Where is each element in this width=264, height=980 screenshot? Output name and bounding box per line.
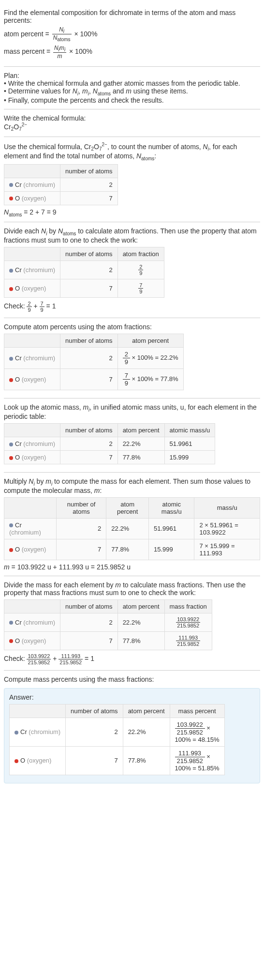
intro-text: Find the elemental composition for dichr… — [4, 9, 260, 24]
mass-fractions-section: Divide the mass for each element by m to… — [4, 576, 260, 671]
atom-fractions-check: Check: 29 + 79 = 1 — [4, 301, 260, 313]
table-row: O (oxygen)779 — [4, 279, 164, 298]
answer-box: Answer: number of atomsatom percentmass … — [4, 688, 260, 783]
mass-calc-section: Multiply Ni by mi to compute the mass fo… — [4, 473, 260, 576]
table-row: Cr (chromium)229 × 100% = 22.2% — [4, 348, 184, 369]
atom-percents-title: Compute atom percents using the atom fra… — [4, 323, 260, 331]
dot-icon — [9, 183, 13, 187]
table-row: O (oxygen)7 — [4, 191, 118, 205]
count-atoms-text: Use the chemical formula, Cr2O72−, to co… — [4, 142, 260, 161]
table-row: Cr (chromium)2 — [4, 178, 118, 191]
table-row: Cr (chromium)222.2%51.9961 — [4, 437, 215, 451]
table-row: Cr (chromium)222.2%51.99612 × 51.9961 = … — [4, 518, 260, 539]
mass-percents-section: Compute mass percents using the mass fra… — [4, 671, 260, 788]
atomic-mass-section: Look up the atomic mass, mi, in unified … — [4, 398, 260, 473]
molecular-mass-sum: m = 103.9922 u + 111.993 u = 215.9852 u — [4, 563, 260, 571]
table-row: O (oxygen)777.8%15.9997 × 15.999 = 111.9… — [4, 539, 260, 560]
table-row: O (oxygen)777.8%111.993215.9852 ×100% = … — [10, 746, 225, 775]
table-row: O (oxygen)777.8%111.993215.9852 — [4, 631, 212, 650]
plan-bullet-3: • Finally, compute the percents and chec… — [4, 96, 260, 104]
natoms-sum: Natoms = 2 + 7 = 9 — [4, 208, 260, 217]
table-row: Cr (chromium)222.2%103.9922215.9852 ×100… — [10, 718, 225, 746]
atom-fractions-text: Divide each Ni by Natoms to calculate at… — [4, 227, 260, 244]
mass-calc-text: Multiply Ni by mi to compute the mass fo… — [4, 477, 260, 494]
dot-icon — [9, 197, 13, 200]
write-formula-title: Write the chemical formula: — [4, 114, 260, 122]
mass-fractions-check: Check: 103.9922215.9852 + 111.993215.985… — [4, 653, 260, 665]
mass-fractions-text: Divide the mass for each element by m to… — [4, 581, 260, 597]
answer-table: number of atomsatom percentmass percent … — [9, 704, 225, 775]
atomic-mass-text: Look up the atomic mass, mi, in unified … — [4, 403, 260, 420]
intro-section: Find the elemental composition for dichr… — [4, 4, 260, 67]
write-formula-section: Write the chemical formula: Cr2O72− — [4, 109, 260, 137]
dot-icon — [9, 287, 13, 291]
dot-icon — [9, 357, 13, 361]
atom-percents-section: Compute atom percents using the atom fra… — [4, 318, 260, 398]
dot-icon — [9, 639, 13, 643]
dot-icon — [15, 759, 18, 763]
dot-icon — [9, 378, 13, 382]
mass-fractions-table: number of atomsatom percentmass fraction… — [4, 599, 212, 650]
chemical-formula: Cr2O72− — [4, 122, 260, 132]
atom-fractions-section: Divide each Ni by Natoms to calculate at… — [4, 222, 260, 318]
plan-section: Plan: • Write the chemical formula and g… — [4, 67, 260, 109]
dot-icon — [15, 731, 18, 735]
answer-label: Answer: — [9, 693, 255, 701]
mass-calc-table: number of atomsatom percentatomic mass/u… — [4, 497, 260, 560]
atomic-mass-table: number of atomsatom percentatomic mass/u… — [4, 423, 215, 464]
atom-percents-table: number of atomsatom percent Cr (chromium… — [4, 334, 184, 390]
mass-percent-formula: mass percent = Nimi m × 100% — [4, 45, 260, 60]
count-atoms-section: Use the chemical formula, Cr2O72−, to co… — [4, 137, 260, 222]
atom-fractions-table: number of atomsatom fraction Cr (chromiu… — [4, 247, 164, 298]
plan-bullet-1: • Write the chemical formula and gather … — [4, 79, 260, 87]
table-row: O (oxygen)777.8%15.999 — [4, 451, 215, 464]
dot-icon — [9, 621, 13, 625]
table-row: O (oxygen)779 × 100% = 77.8% — [4, 369, 184, 390]
table-row: Cr (chromium)229 — [4, 261, 164, 279]
dot-icon — [9, 443, 13, 446]
dot-icon — [9, 548, 13, 552]
plan-bullet-2: • Determine values for Ni, mi, Natoms an… — [4, 87, 260, 96]
atom-percent-formula: atom percent = Ni Natoms × 100% — [4, 26, 260, 43]
table-row: Cr (chromium)222.2%103.9922215.9852 — [4, 613, 212, 631]
dot-icon — [9, 269, 13, 273]
plan-title: Plan: — [4, 72, 260, 79]
count-atoms-table: number of atoms Cr (chromium)2 O (oxygen… — [4, 164, 118, 205]
mass-percents-title: Compute mass percents using the mass fra… — [4, 675, 260, 683]
dot-icon — [9, 523, 13, 527]
dot-icon — [9, 456, 13, 460]
